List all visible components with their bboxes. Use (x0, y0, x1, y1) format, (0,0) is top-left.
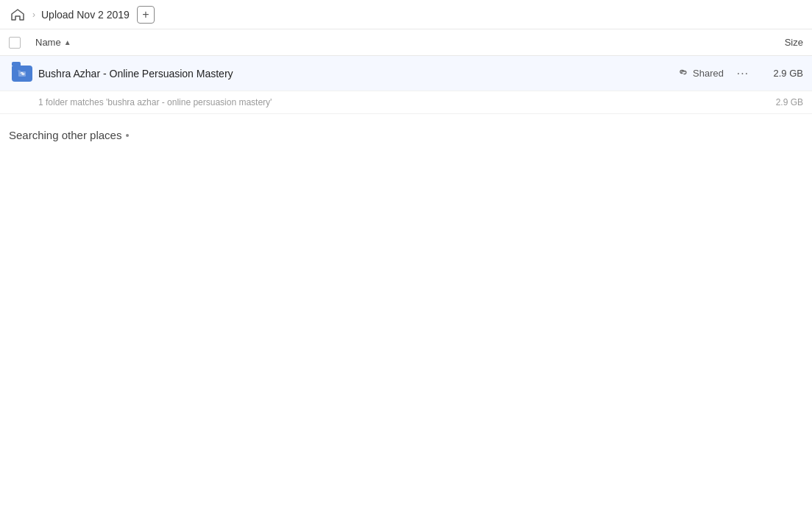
select-all-checkbox[interactable] (9, 37, 21, 49)
loading-indicator (126, 134, 129, 137)
searching-title: Searching other places (9, 129, 803, 141)
breadcrumb-separator: › (32, 10, 35, 20)
summary-text: 1 folder matches 'bushra azhar - online … (38, 97, 759, 107)
name-column-header[interactable]: Name ▲ (35, 37, 744, 48)
file-size: 2.9 GB (759, 68, 803, 79)
summary-row: 1 folder matches 'bushra azhar - online … (0, 91, 812, 114)
sort-arrow-icon: ▲ (64, 38, 71, 46)
home-button[interactable] (9, 6, 27, 24)
header: › Upload Nov 2 2019 + (0, 0, 812, 29)
add-button[interactable]: + (137, 6, 155, 24)
folder-icon (12, 66, 32, 82)
size-column-header[interactable]: Size (744, 37, 803, 48)
table-row[interactable]: Bushra Azhar - Online Persuasion Mastery… (0, 56, 812, 91)
link-icon (678, 67, 688, 80)
shared-label: Shared (693, 68, 724, 79)
select-all-checkbox-col[interactable] (9, 37, 35, 49)
table-header: Name ▲ Size (0, 29, 812, 56)
name-column-label: Name (35, 37, 61, 48)
file-name: Bushra Azhar - Online Persuasion Mastery (35, 68, 678, 80)
searching-section: Searching other places (0, 114, 812, 150)
dot-1 (126, 134, 129, 137)
summary-size: 2.9 GB (759, 97, 803, 107)
shared-area: Shared (678, 67, 724, 80)
searching-title-text: Searching other places (9, 129, 121, 141)
file-icon-wrap (9, 66, 35, 82)
breadcrumb-title: Upload Nov 2 2019 (41, 9, 130, 21)
more-options-button[interactable]: ··· (732, 63, 753, 84)
